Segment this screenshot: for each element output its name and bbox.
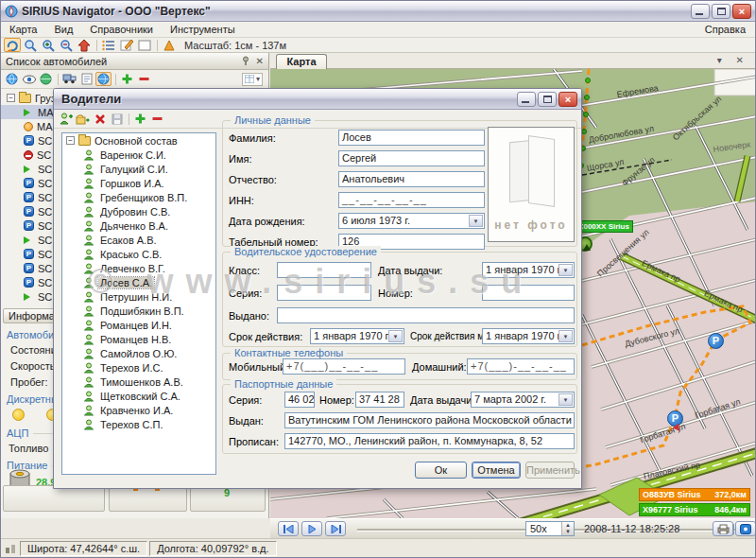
truck-icon[interactable]: [61, 72, 77, 86]
passport-issued-by-field[interactable]: Ватутинским ГОМ Ленинского района Москов…: [284, 412, 575, 428]
panel-close-icon[interactable]: ✕: [256, 56, 264, 66]
track-label-orange[interactable]: О883УВ Sirius372,0км: [639, 488, 750, 501]
select-area-button[interactable]: [136, 38, 153, 52]
menu-tools[interactable]: Инструменты: [162, 23, 244, 36]
report-button[interactable]: [713, 521, 733, 536]
play-button[interactable]: [301, 521, 322, 536]
drivers-tree[interactable]: − Основной состав Варенюк С.И. Галуцкий …: [61, 132, 216, 475]
driver-item[interactable]: Петрушин Н.И.: [62, 289, 215, 304]
driver-item[interactable]: Левченко В.Г.: [62, 261, 215, 275]
maximize-button[interactable]: [712, 4, 730, 19]
map-panel-controls[interactable]: ▾ ✕: [717, 55, 749, 65]
chevron-down-icon[interactable]: ▼: [558, 330, 573, 342]
menu-directories[interactable]: Справочники: [81, 23, 162, 36]
driver-item[interactable]: Подшибякин В.П.: [62, 304, 215, 318]
globe-icon[interactable]: [4, 72, 20, 86]
driver-item[interactable]: Варенюк С.И.: [62, 148, 215, 162]
apply-button[interactable]: Применить: [525, 462, 575, 479]
license-issue-combo[interactable]: 1 января 1970 г.▼: [482, 262, 575, 278]
driver-item[interactable]: Терехов И.С.: [62, 360, 215, 375]
zoom-out-button[interactable]: [58, 38, 75, 52]
driver-item[interactable]: Лосев С.А.: [62, 275, 215, 289]
name-field[interactable]: Сергей: [338, 150, 485, 166]
map-mode-button[interactable]: [735, 521, 756, 536]
passport-series-field[interactable]: 46 02: [284, 392, 315, 408]
license-number-field[interactable]: [482, 285, 575, 301]
dialog-close-button[interactable]: ×: [558, 92, 577, 107]
collapse-icon[interactable]: −: [7, 94, 15, 102]
speed-spinner[interactable]: 50x ▲▼: [525, 521, 575, 536]
parking-icon[interactable]: [708, 333, 724, 349]
chevron-down-icon[interactable]: ▼: [388, 330, 403, 342]
spinner-arrows[interactable]: ▲▼: [561, 522, 574, 535]
menu-help[interactable]: Справка: [696, 23, 755, 36]
license-valid-combo[interactable]: 1 января 1970 г.▼: [310, 328, 404, 344]
driver-item[interactable]: Есаков А.В.: [62, 233, 215, 247]
driver-item[interactable]: Гребенщиков В.П.: [62, 190, 215, 204]
license-issued-by-field[interactable]: [277, 307, 575, 323]
home-view-button[interactable]: [76, 38, 93, 52]
card-icon[interactable]: [78, 72, 94, 86]
delete-driver-icon[interactable]: [92, 112, 108, 126]
driver-item[interactable]: Тимошенков А.В.: [62, 375, 215, 389]
menu-view[interactable]: Вид: [45, 23, 81, 36]
close-button[interactable]: ×: [732, 4, 751, 19]
zoom-tool-button[interactable]: [22, 38, 39, 52]
zoom-in-button[interactable]: [40, 38, 57, 52]
pan-tool-button[interactable]: [4, 38, 21, 52]
legend-button[interactable]: [100, 38, 117, 52]
passport-issue-combo[interactable]: 7 марта 2002 г.▼: [471, 392, 575, 408]
driver-item[interactable]: Горшков И.А.: [62, 176, 215, 190]
eye-icon[interactable]: [21, 72, 37, 86]
driver-item[interactable]: Самойлов О.Ю.: [62, 346, 215, 360]
dialog-minimize-button[interactable]: [517, 92, 536, 107]
driver-item[interactable]: Терехов С.П.: [62, 417, 215, 431]
collapse-icon[interactable]: −: [66, 136, 75, 145]
driver-item[interactable]: Кравченко И.А.: [62, 403, 215, 417]
measure-button[interactable]: [161, 38, 178, 52]
cancel-button[interactable]: Отмена: [472, 462, 521, 479]
globe-follow-icon[interactable]: [95, 72, 112, 86]
add-icon[interactable]: [132, 112, 148, 126]
tab-map[interactable]: Карта: [276, 54, 327, 69]
inn-field[interactable]: __-__-__-__-__: [338, 192, 485, 208]
columns-dropdown[interactable]: ▾: [242, 73, 263, 86]
driver-item[interactable]: Красько С.В.: [62, 247, 215, 261]
chevron-down-icon[interactable]: ▼: [558, 393, 573, 406]
pin-icon[interactable]: [241, 56, 251, 66]
edit-map-button[interactable]: [118, 38, 135, 52]
chevron-down-icon[interactable]: ▼: [558, 264, 573, 276]
dialog-maximize-button[interactable]: [538, 92, 557, 107]
patronymic-field[interactable]: Анатольевич: [338, 171, 485, 187]
skip-forward-button[interactable]: [325, 521, 346, 536]
add-group-icon[interactable]: [75, 112, 91, 126]
globe-track-icon[interactable]: [38, 72, 54, 86]
vehicle-map-label[interactable]: Х000ХХ Sirius: [575, 220, 633, 233]
birthdate-combo[interactable]: 6 июля 1973 г.▼: [338, 213, 485, 229]
driver-item[interactable]: Романцев Н.В.: [62, 332, 215, 346]
registered-field[interactable]: 142770, МО., Ленинский район, п. Коммуна…: [284, 433, 575, 449]
chevron-down-icon[interactable]: ▼: [469, 215, 483, 227]
add-vehicle-icon[interactable]: [119, 72, 135, 86]
track-label-green[interactable]: Х96777 Sirius846,4км: [639, 503, 750, 516]
remove-icon[interactable]: [149, 112, 165, 126]
license-series-field[interactable]: [277, 285, 371, 301]
menu-map[interactable]: Карта: [1, 23, 45, 36]
home-phone-field[interactable]: +7(___)-__-__-__: [467, 358, 575, 375]
driver-item[interactable]: Щетковский С.А.: [62, 389, 215, 403]
skip-back-button[interactable]: [278, 521, 299, 536]
parking-icon[interactable]: [667, 410, 683, 427]
driver-item[interactable]: Дьяченко В.А.: [62, 218, 215, 233]
mobile-field[interactable]: +7(___)__-__-__: [283, 358, 405, 375]
class-field[interactable]: [277, 262, 371, 278]
ok-button[interactable]: Ок: [415, 462, 467, 479]
driver-item[interactable]: Галуцкий С.И.: [62, 162, 215, 176]
passport-number-field[interactable]: 37 41 28: [355, 392, 404, 408]
driver-item[interactable]: Романцев И.Н.: [62, 318, 215, 332]
drivers-group-row[interactable]: − Основной состав: [62, 133, 215, 148]
surname-field[interactable]: Лосев: [338, 130, 485, 146]
add-driver-icon[interactable]: [58, 112, 74, 126]
med-valid-combo[interactable]: 1 января 1970 г.▼: [482, 328, 575, 344]
minimize-button[interactable]: [691, 4, 710, 19]
remove-vehicle-icon[interactable]: [136, 72, 152, 86]
